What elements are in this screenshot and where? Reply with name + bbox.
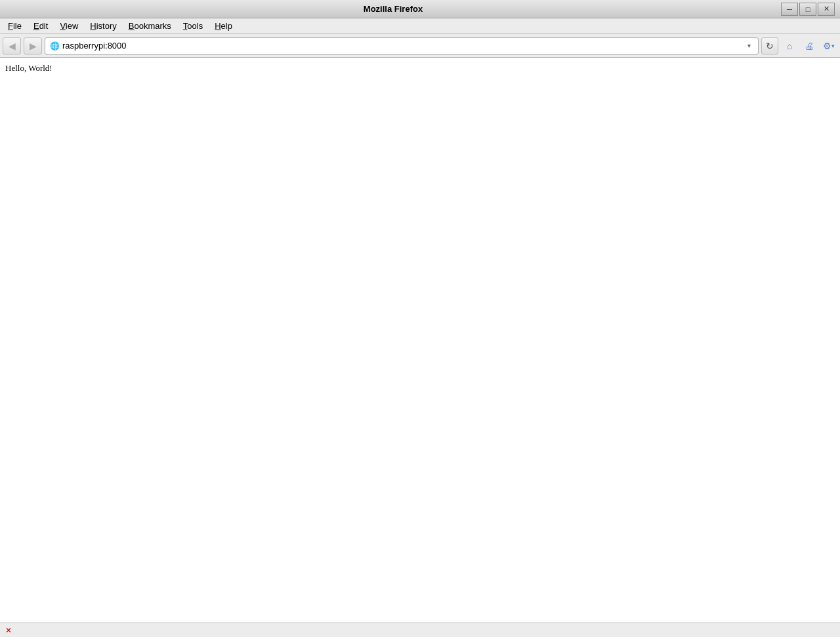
restore-button[interactable]: □ <box>799 3 816 16</box>
tools-icon: ⚙ <box>823 41 831 51</box>
menu-edit[interactable]: Edit <box>28 20 53 32</box>
page-content: Hello, World! <box>0 58 840 623</box>
back-button[interactable]: ◀ <box>3 37 21 55</box>
address-input[interactable] <box>62 41 741 51</box>
menu-bar: File Edit View History Bookmarks Tools H… <box>0 18 840 34</box>
browser-tools-button[interactable]: ⚙ ▾ <box>820 37 837 55</box>
home-button[interactable]: ⌂ <box>781 37 798 55</box>
print-button[interactable]: 🖨 <box>801 37 818 55</box>
menu-help[interactable]: Help <box>209 20 238 32</box>
address-bar-container: 🌐 ▾ <box>45 37 759 55</box>
window-title: Mozilla Firefox <box>5 4 781 14</box>
page-body-text: Hello, World! <box>5 63 835 74</box>
menu-tools[interactable]: Tools <box>178 20 208 32</box>
forward-button[interactable]: ▶ <box>24 37 42 55</box>
refresh-icon: ↻ <box>766 41 774 51</box>
menu-file[interactable]: File <box>3 20 27 32</box>
address-security-icon: 🌐 <box>49 41 60 51</box>
toolbar-icons: ⌂ 🖨 ⚙ ▾ <box>781 37 837 55</box>
forward-icon: ▶ <box>30 41 37 51</box>
refresh-button[interactable]: ↻ <box>761 37 778 55</box>
window-controls: ─ □ ✕ <box>781 3 835 16</box>
tools-dropdown-icon: ▾ <box>831 43 835 49</box>
menu-view[interactable]: View <box>54 20 83 32</box>
back-icon: ◀ <box>9 41 16 51</box>
navigation-bar: ◀ ▶ 🌐 ▾ ↻ ⌂ 🖨 ⚙ ▾ <box>0 34 840 58</box>
status-bar: ✕ <box>0 623 840 637</box>
home-icon: ⌂ <box>787 41 792 51</box>
minimize-button[interactable]: ─ <box>781 3 798 16</box>
print-icon: 🖨 <box>805 41 814 51</box>
close-button[interactable]: ✕ <box>818 3 835 16</box>
menu-bookmarks[interactable]: Bookmarks <box>123 20 177 32</box>
title-bar: Mozilla Firefox ─ □ ✕ <box>0 0 840 18</box>
menu-history[interactable]: History <box>85 20 121 32</box>
status-close-icon[interactable]: ✕ <box>5 626 12 635</box>
address-dropdown-icon[interactable]: ▾ <box>744 41 754 51</box>
